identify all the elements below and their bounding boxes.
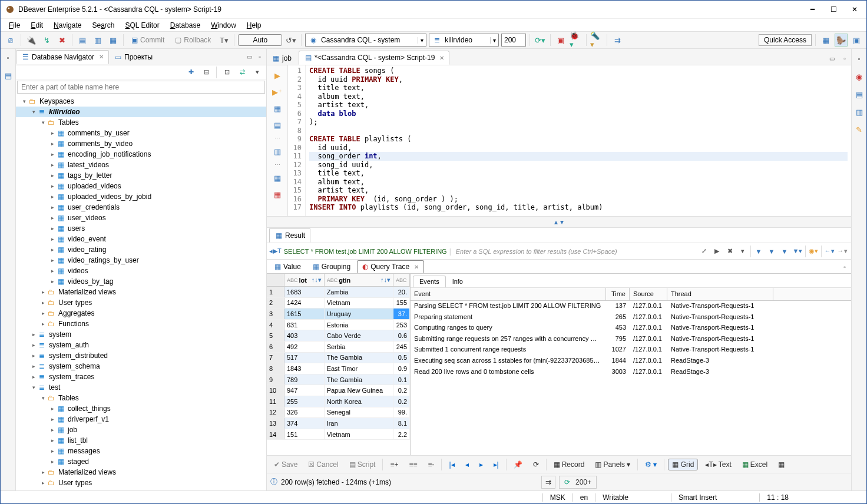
search-icon[interactable]: 🔦▾ (590, 34, 603, 47)
editor-min-icon[interactable]: ▭ (825, 52, 838, 65)
f1-icon[interactable]: ▼ (752, 245, 765, 258)
trace-row[interactable]: Submitting range requests on 257 ranges … (411, 334, 851, 345)
commit-button[interactable]: ▣Commit (127, 34, 168, 46)
view-menu-icon[interactable]: ▾ (251, 66, 264, 79)
save-button[interactable]: ✔ Save (270, 459, 301, 470)
collapse-all-icon[interactable]: ⊟ (200, 66, 213, 79)
table-row[interactable]: 11683Zambia20. (267, 287, 410, 298)
export-icon[interactable]: ⇉ (611, 34, 624, 47)
table-row[interactable]: 7517The Gambia0.5 (267, 353, 410, 364)
row-limit-input[interactable] (501, 34, 526, 47)
minimize-view-icon[interactable]: ▭ (245, 53, 253, 61)
last-page-icon[interactable]: ▸| (490, 459, 502, 470)
calendar-icon[interactable]: ▦ (775, 459, 788, 470)
trace-row[interactable]: Computing ranges to query453/127.0.0.1Na… (411, 323, 851, 334)
col-3-header[interactable]: ABC (393, 274, 410, 286)
result-tab[interactable]: ▦ Result (269, 228, 310, 243)
tree-row[interactable]: ▸▦users (16, 223, 266, 234)
transaction-log-icon[interactable]: T▾ (217, 34, 230, 47)
tree-row[interactable]: ▸≣system_auth (16, 340, 266, 350)
new-conn-icon[interactable]: ✚ (184, 66, 197, 79)
table-row[interactable]: 10947Papua New Guinea0.2 (267, 385, 410, 396)
tree-row[interactable]: ▸🗀User types (16, 297, 266, 308)
tree-row[interactable]: ▾🗀Keyspaces (16, 96, 266, 107)
trace-row[interactable]: Submitted 1 concurrent range requests102… (411, 344, 851, 356)
f4-icon[interactable]: ▼▾ (791, 245, 804, 258)
tree-row[interactable]: ▸▦video_rating (16, 244, 266, 255)
tree-row[interactable]: ▸🗀Functions (16, 319, 266, 329)
tree-row[interactable]: ▸▦user_credentials (16, 202, 266, 213)
navigator-tree[interactable]: ▾🗀Keyspaces▾≣killrvideo▾🗀Tables▸▦comment… (16, 95, 266, 490)
right-restore-icon[interactable]: ▫ (853, 52, 866, 65)
table-row[interactable]: 4631Estonia253 (267, 320, 410, 331)
gear-icon[interactable]: ⚙ ▾ (641, 459, 660, 470)
tab-script-19[interactable]: ▤ *<Cassandra CQL - system> Script-19 ✕ (299, 51, 449, 65)
export-data-icon[interactable]: ⇉ (541, 476, 555, 489)
error-icon[interactable]: ◉ (853, 70, 866, 83)
tree-row[interactable]: ▾≣test (16, 382, 266, 393)
run-script-icon[interactable]: ▦ (271, 102, 284, 115)
perspective-1-icon[interactable]: ▦ (819, 34, 832, 47)
tree-row[interactable]: ▸≣system (16, 329, 266, 340)
first-page-icon[interactable]: |◂ (445, 459, 458, 470)
tree-row[interactable]: ▸▦latest_videos (16, 160, 266, 170)
trace-row[interactable]: Read 200 live rows and 0 tombstone cells… (411, 367, 851, 378)
table-row[interactable]: 9789The Gambia0.1 (267, 374, 410, 386)
table-row[interactable]: 5403Cabo Verde0.6 (267, 330, 410, 341)
debug-icon[interactable]: 🐞▾ (570, 34, 583, 47)
new-sql-icon[interactable]: ▦ (107, 34, 120, 47)
filter-placeholder[interactable]: Enter a SQL expression to filter results… (456, 248, 697, 255)
trace-row[interactable]: Preparing statement265/127.0.0.1Native-T… (411, 312, 851, 323)
tree-row[interactable]: ▸🗀Aggregates (16, 308, 266, 319)
search-result-icon[interactable]: ▥ (853, 105, 866, 118)
quick-access-button[interactable]: Quick Access (759, 34, 812, 46)
table-row[interactable]: 6492Serbia245 (267, 341, 410, 353)
tree-row[interactable]: ▸🗀Materialized views (16, 467, 266, 478)
col-lot-header[interactable]: ABClot↑↓▾ (284, 274, 325, 286)
colorize-icon[interactable]: ◉▾ (807, 245, 820, 258)
refresh-icon[interactable]: ⟳▾ (534, 34, 547, 47)
trace-row[interactable]: Executing seq scan across 1 sstables for… (411, 356, 851, 367)
table-row[interactable]: 81843East Timor0.9 (267, 363, 410, 374)
duplicate-row-icon[interactable]: ≡≡ (405, 459, 421, 470)
editor-splitter[interactable]: ▴ ▾ (267, 216, 851, 228)
history-icon[interactable]: ↺▾ (284, 34, 297, 47)
tree-row[interactable]: ▸▦comments_by_user (16, 128, 266, 138)
row-selector-header[interactable] (267, 274, 284, 286)
tree-row[interactable]: ▸≣system_distributed (16, 350, 266, 361)
stop-icon[interactable]: ▣ (554, 34, 567, 47)
menu-search[interactable]: Search (87, 20, 119, 31)
apply-filter-icon[interactable]: ▶ (710, 245, 723, 258)
tree-row[interactable]: ▸▦uploaded_videos_by_jobid (16, 191, 266, 202)
record-button[interactable]: ▦ Record (550, 459, 588, 470)
prev-page-icon[interactable]: ◂ (462, 459, 472, 470)
tree-row[interactable]: ▸≣system_traces (16, 372, 266, 382)
tab-job[interactable]: ▦ job (267, 52, 296, 65)
tree-row[interactable]: ▸▦collect_things (16, 403, 266, 414)
tab-projects[interactable]: ▭ Проекты (109, 51, 157, 64)
f3-icon[interactable]: ▼ (778, 245, 791, 258)
tree-row[interactable]: ▾≣killrvideo (16, 107, 266, 117)
tree-row[interactable]: ▸▦comments_by_video (16, 138, 266, 149)
recent-sql-icon[interactable]: ▥ (91, 34, 104, 47)
pin-icon[interactable]: 📌 (510, 459, 526, 470)
menu-edit[interactable]: Edit (26, 20, 48, 31)
editor-max-icon[interactable]: ▫ (838, 52, 851, 65)
tree-row[interactable]: ▸▦messages (16, 446, 266, 456)
value-panel-tab[interactable]: ▦Value (269, 260, 306, 273)
run-sql-icon[interactable]: ▶ (271, 69, 284, 82)
bookmark-icon[interactable]: ✎ (853, 123, 866, 136)
next-page-icon[interactable]: ▸ (476, 459, 487, 470)
explain-plan-icon[interactable]: ▤ (271, 118, 284, 131)
error-log-icon[interactable]: ▦ (271, 188, 284, 201)
table-row[interactable]: 14151Vietnam2.2 (267, 429, 410, 440)
tree-row[interactable]: ▸▦video_event (16, 234, 266, 244)
panels-button[interactable]: ▥ Panels ▾ (591, 459, 634, 470)
new-connection-icon[interactable]: ⎚ (4, 34, 17, 47)
tree-row[interactable]: ▸▦user_videos (16, 213, 266, 223)
auto-commit-button[interactable]: Auto (238, 34, 282, 46)
tree-row[interactable]: ▾🗀Tables (16, 393, 266, 403)
tab-close-icon[interactable]: ✕ (99, 54, 104, 60)
script-button[interactable]: ▤ Script (346, 459, 379, 470)
navigator-filter[interactable] (17, 81, 265, 94)
